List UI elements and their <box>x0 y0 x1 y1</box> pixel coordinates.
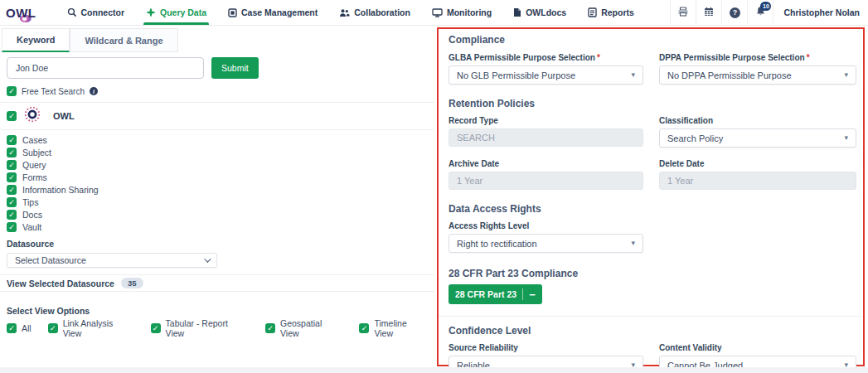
checkbox-checked-icon[interactable]: ✓ <box>7 135 17 145</box>
source-item-information-sharing[interactable]: ✓ Information Sharing <box>7 183 428 196</box>
source-item-label: Forms <box>22 172 47 182</box>
checkbox-checked-icon[interactable]: ✓ <box>359 323 369 333</box>
free-text-search-option[interactable]: ✓ Free Text Search i <box>7 86 428 96</box>
checkbox-checked-icon[interactable]: ✓ <box>7 210 17 220</box>
view-option-tabular-report[interactable]: ✓ Tabular - Report View <box>151 318 249 338</box>
source-item-cases[interactable]: ✓ Cases <box>7 133 428 146</box>
chevron-down-icon <box>204 255 211 262</box>
nav-item-connector[interactable]: Connector <box>56 0 136 25</box>
record-type-field: SEARCH <box>449 128 643 147</box>
source-item-label: Cases <box>22 135 47 145</box>
monitor-icon <box>432 8 443 17</box>
view-option-all[interactable]: ✓ All <box>7 323 32 333</box>
cfr-part-23-button[interactable]: 28 CFR Part 23 − <box>449 284 542 304</box>
info-icon[interactable]: i <box>90 87 98 95</box>
source-item-vault[interactable]: ✓ Vault <box>7 220 428 233</box>
chevron-down-icon: ▾ <box>631 240 635 247</box>
view-option-label: Link Analysis View <box>63 318 134 338</box>
notifications-button[interactable]: 10 <box>747 0 773 25</box>
view-option-timeline[interactable]: ✓ Timeline View <box>359 318 428 338</box>
tab-label: Keyword <box>17 35 55 45</box>
tab-wildcard-range[interactable]: Wildcard & Range <box>70 28 177 52</box>
free-text-search-label: Free Text Search <box>22 87 85 96</box>
access-rights-level-label: Access Rights Level <box>449 221 643 230</box>
archive-date-label: Archive Date <box>449 159 643 168</box>
glba-label: GLBA Permissible Purpose Selection* <box>449 53 643 62</box>
logo-text: OWL <box>6 6 36 20</box>
view-options-label: Select View Options <box>7 306 428 316</box>
delete-date-label: Delete Date <box>659 159 856 168</box>
navbar-right: ? 10 Christopher Nolan <box>670 0 868 25</box>
divider <box>439 316 863 317</box>
nav-item-case-management[interactable]: Case Management <box>217 0 328 25</box>
top-navbar: OWL Connector Query Data Case Management… <box>0 0 868 26</box>
source-item-subject[interactable]: ✓ Subject <box>7 146 428 158</box>
checkbox-checked-icon[interactable]: ✓ <box>7 222 17 232</box>
case-icon <box>228 8 237 17</box>
source-item-docs[interactable]: ✓ Docs <box>7 208 428 220</box>
user-menu[interactable]: Christopher Nolan <box>773 0 868 25</box>
nav-item-query-data[interactable]: Query Data <box>135 0 217 25</box>
print-button[interactable] <box>670 0 696 25</box>
view-option-label: Geospatial View <box>280 318 342 338</box>
nav-item-label: Monitoring <box>447 7 492 17</box>
divider <box>0 291 434 292</box>
source-item-label: Information Sharing <box>22 185 99 195</box>
cfr-button-label: 28 CFR Part 23 <box>455 289 516 299</box>
chevron-down-icon: ▾ <box>844 134 848 142</box>
owl-logo[interactable]: OWL <box>0 0 48 25</box>
calendar-button[interactable] <box>696 0 721 25</box>
nav-item-monitoring[interactable]: Monitoring <box>421 0 502 25</box>
page-footer-strip <box>0 367 868 373</box>
notification-badge: 10 <box>760 2 771 11</box>
view-option-geospatial[interactable]: ✓ Geospatial View <box>265 318 342 338</box>
checkbox-checked-icon[interactable]: ✓ <box>151 323 161 333</box>
checkbox-checked-icon[interactable]: ✓ <box>7 86 17 96</box>
source-item-tips[interactable]: ✓ Tips <box>7 196 428 208</box>
checkbox-checked-icon[interactable]: ✓ <box>7 185 17 195</box>
dppa-value: No DPPA Permissible Purpose <box>667 70 792 80</box>
nav-item-collaboration[interactable]: Collaboration <box>328 0 421 25</box>
dppa-select[interactable]: No DPPA Permissible Purpose ▾ <box>659 65 856 85</box>
checkbox-checked-icon[interactable]: ✓ <box>7 148 17 157</box>
help-button[interactable]: ? <box>721 0 747 25</box>
cfr-heading: 28 CFR Part 23 Compliance <box>449 268 856 279</box>
compliance-panel: Compliance GLBA Permissible Purpose Sele… <box>437 27 865 366</box>
printer-icon <box>677 5 689 20</box>
view-selected-datasource-row[interactable]: View Selected Datasource 35 <box>7 275 428 291</box>
source-item-label: Subject <box>22 148 51 157</box>
tab-keyword[interactable]: Keyword <box>2 28 70 52</box>
nav-item-label: Case Management <box>241 7 318 17</box>
glba-value: No GLB Permissible Purpose <box>457 70 575 80</box>
view-selected-label: View Selected Datasource <box>7 279 114 288</box>
checkbox-checked-icon[interactable]: ✓ <box>7 323 17 333</box>
submit-button[interactable]: Submit <box>211 57 259 79</box>
datasource-select[interactable]: Select Datasource <box>7 253 217 268</box>
checkbox-checked-icon[interactable]: ✓ <box>7 111 17 121</box>
user-name: Christopher Nolan <box>783 7 860 17</box>
checkbox-checked-icon[interactable]: ✓ <box>48 323 58 333</box>
delete-date-value: 1 Year <box>667 176 693 186</box>
checkbox-checked-icon[interactable]: ✓ <box>265 323 275 333</box>
nav-item-reports[interactable]: Reports <box>577 0 645 25</box>
source-group-owl[interactable]: ✓ OWL <box>7 107 428 125</box>
chevron-down-icon: ▾ <box>844 71 848 79</box>
owl-source-icon <box>24 106 41 126</box>
glba-select[interactable]: No GLB Permissible Purpose ▾ <box>449 65 643 85</box>
checkbox-checked-icon[interactable]: ✓ <box>7 197 17 207</box>
help-icon: ? <box>730 7 740 18</box>
source-reliability-label: Source Reliability <box>449 343 643 352</box>
nav-item-owldocs[interactable]: OWLdocs <box>502 0 577 25</box>
classification-label: Classification <box>659 116 856 125</box>
chevron-down-icon: ▾ <box>631 71 635 79</box>
view-option-link-analysis[interactable]: ✓ Link Analysis View <box>48 318 134 338</box>
checkbox-checked-icon[interactable]: ✓ <box>7 172 17 182</box>
compliance-heading: Compliance <box>449 34 856 46</box>
access-rights-level-select[interactable]: Right to rectification ▾ <box>449 234 643 253</box>
minus-icon[interactable]: − <box>529 289 536 300</box>
checkbox-checked-icon[interactable]: ✓ <box>7 160 17 170</box>
classification-select[interactable]: Search Policy ▾ <box>659 128 856 148</box>
source-item-query[interactable]: ✓ Query <box>7 158 428 171</box>
source-item-forms[interactable]: ✓ Forms <box>7 171 428 183</box>
search-input[interactable] <box>7 57 204 79</box>
